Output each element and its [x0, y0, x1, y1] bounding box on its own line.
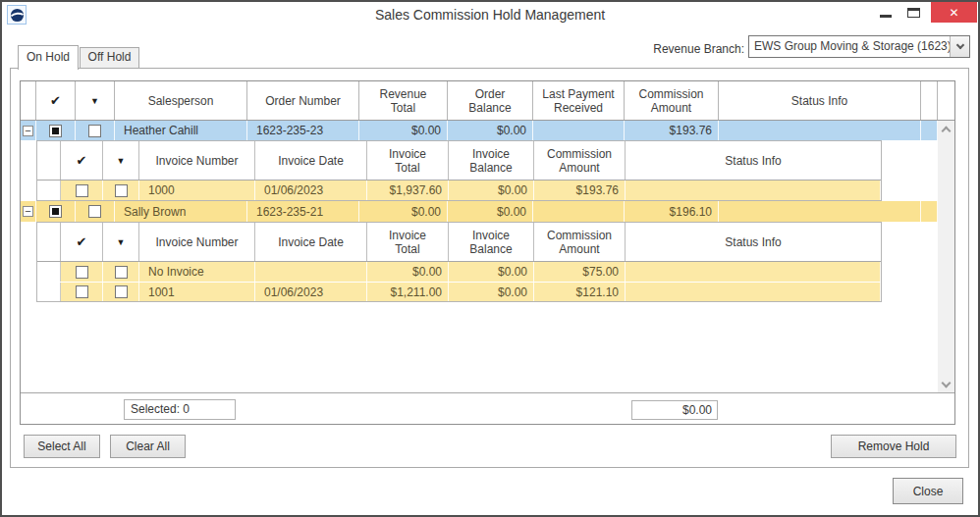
tab-off-hold[interactable]: Off Hold: [80, 47, 139, 68]
invoice-subgrid: ✔ ▼ Invoice Number Invoice Date Invoice …: [36, 222, 882, 302]
table-row-invoice[interactable]: 1001 01/06/2023 $1,211.00 $0.00 $121.10: [37, 282, 881, 301]
invoice-number-cell: 1000: [139, 181, 255, 200]
column-header-order-balance: Order Balance: [448, 81, 533, 120]
scrollbar-down-button[interactable]: [938, 377, 954, 392]
invoice-status-cell: [626, 181, 881, 200]
invoice-total-cell: $1,937.60: [367, 181, 449, 200]
column-header-invoice-balance: Invoice Balance: [449, 223, 534, 261]
dialog-window: Sales Commission Hold Management ✕ On Ho…: [0, 0, 980, 517]
combo-dropdown-button[interactable]: [950, 36, 969, 57]
close-button[interactable]: Close: [893, 478, 963, 504]
table-row-salesperson[interactable]: − Heather Cahill 1623-235-23 $0.00 $0.00…: [21, 121, 954, 140]
sub-select-all-header[interactable]: ✔: [61, 141, 103, 180]
table-row-invoice[interactable]: No Invoice $0.00 $0.00 $75.00: [37, 262, 881, 282]
table-row-invoice[interactable]: 1000 01/06/2023 $1,937.60 $0.00 $193.76: [37, 181, 881, 200]
invoice-balance-cell: $0.00: [449, 181, 534, 200]
status-info-cell: [719, 121, 921, 140]
chevron-down-icon: [955, 41, 963, 49]
group-flag-checkbox[interactable]: [88, 205, 101, 218]
invoice-flag-checkbox[interactable]: [115, 184, 128, 197]
invoice-checkbox[interactable]: [76, 285, 88, 298]
column-header-revenue-total: Revenue Total: [359, 81, 448, 120]
selected-total-field[interactable]: $0.00: [631, 400, 718, 420]
select-all-button[interactable]: Select All: [24, 435, 100, 458]
vertical-scrollbar[interactable]: [938, 121, 954, 392]
column-header-sub-status-info: Status Info: [626, 141, 881, 180]
clear-all-button[interactable]: Clear All: [110, 435, 186, 458]
grid-footer: Selected: 0 $0.00: [21, 392, 954, 424]
invoice-date-cell: 01/06/2023: [255, 181, 367, 200]
column-header-sub-status-info: Status Info: [626, 223, 881, 261]
revenue-total-cell: $0.00: [359, 121, 448, 140]
last-payment-cell: [533, 121, 625, 140]
salesperson-cell: Sally Brown: [115, 201, 247, 222]
close-icon: ✕: [949, 6, 958, 20]
invoice-number-cell: No Invoice: [139, 262, 255, 282]
check-icon: ✔: [50, 94, 61, 108]
order-number-cell: 1623-235-23: [247, 121, 359, 140]
invoice-checkbox[interactable]: [76, 184, 88, 197]
column-header-invoice-number: Invoice Number: [139, 223, 255, 261]
close-window-button[interactable]: ✕: [931, 2, 977, 23]
group-checkbox[interactable]: [49, 205, 62, 218]
column-header-invoice-date: Invoice Date: [255, 223, 367, 261]
column-header-order-number: Order Number: [247, 81, 359, 120]
commission-amount-cell: $193.76: [625, 121, 719, 140]
salesperson-cell: Heather Cahill: [115, 121, 247, 140]
sub-select-all-header[interactable]: ✔: [61, 223, 103, 261]
invoice-number-cell: 1001: [139, 283, 255, 301]
minimize-button[interactable]: [872, 2, 899, 23]
invoice-total-cell: $1,211.00: [367, 283, 449, 301]
order-balance-cell: $0.00: [448, 201, 533, 222]
column-header-sub-commission: Commission Amount: [534, 141, 626, 180]
filter-dropdown-icon: ▼: [117, 235, 126, 249]
window-title: Sales Commission Hold Management: [2, 7, 978, 23]
invoice-checkbox[interactable]: [76, 266, 88, 279]
select-all-column-header[interactable]: ✔: [36, 81, 76, 120]
sub-dropdown-header[interactable]: ▼: [103, 141, 139, 180]
order-balance-cell: $0.00: [448, 121, 533, 140]
column-header-invoice-total: Invoice Total: [367, 223, 449, 261]
invoice-commission-cell: $193.76: [534, 181, 626, 200]
subgrid-header-row: ✔ ▼ Invoice Number Invoice Date Invoice …: [37, 223, 881, 262]
group-flag-checkbox[interactable]: [88, 125, 101, 137]
invoice-commission-cell: $75.00: [534, 262, 626, 282]
remove-hold-button[interactable]: Remove Hold: [831, 435, 956, 458]
subgrid-header-row: ✔ ▼ Invoice Number Invoice Date Invoice …: [37, 141, 881, 181]
collapse-toggle-icon[interactable]: −: [23, 206, 33, 217]
column-header-invoice-balance: Invoice Balance: [449, 141, 534, 180]
invoice-flag-checkbox[interactable]: [115, 266, 128, 279]
dropdown-column-header[interactable]: ▼: [76, 81, 115, 120]
invoice-flag-checkbox[interactable]: [115, 285, 128, 298]
chevron-down-icon: [942, 378, 952, 388]
tab-on-hold[interactable]: On Hold: [18, 45, 79, 70]
invoice-total-cell: $0.00: [367, 262, 449, 282]
collapse-toggle-icon[interactable]: −: [23, 126, 33, 136]
column-header-sub-commission: Commission Amount: [534, 223, 626, 261]
invoice-status-cell: [626, 262, 881, 282]
column-header-invoice-number: Invoice Number: [139, 141, 255, 180]
check-icon: ✔: [77, 235, 87, 249]
chevron-up-icon: [942, 126, 952, 135]
group-checkbox[interactable]: [49, 125, 62, 137]
commission-amount-cell: $196.10: [625, 201, 719, 222]
revenue-branch-value: EWS Group Moving & Storage (1623): [749, 36, 950, 57]
selected-count-field[interactable]: Selected: 0: [124, 399, 236, 420]
status-info-cell: [719, 201, 921, 222]
invoice-balance-cell: $0.00: [449, 283, 534, 301]
order-number-cell: 1623-235-21: [247, 201, 359, 222]
column-header-invoice-total: Invoice Total: [367, 141, 449, 180]
invoice-subgrid: ✔ ▼ Invoice Number Invoice Date Invoice …: [36, 140, 882, 201]
maximize-button[interactable]: [899, 2, 927, 23]
maximize-icon: [907, 8, 920, 18]
revenue-branch-select[interactable]: EWS Group Moving & Storage (1623): [748, 35, 970, 58]
scrollbar-up-button[interactable]: [938, 121, 954, 136]
revenue-branch-label: Revenue Branch:: [548, 42, 744, 56]
table-row-salesperson[interactable]: − Sally Brown 1623-235-21 $0.00 $0.00 $1…: [21, 201, 954, 222]
invoice-balance-cell: $0.00: [449, 262, 534, 282]
sub-dropdown-header[interactable]: ▼: [103, 223, 139, 261]
filter-dropdown-icon: ▼: [117, 154, 126, 168]
column-header-status-info: Status Info: [719, 81, 921, 120]
invoice-date-cell: 01/06/2023: [255, 283, 367, 301]
column-header-salesperson: Salesperson: [115, 81, 247, 120]
